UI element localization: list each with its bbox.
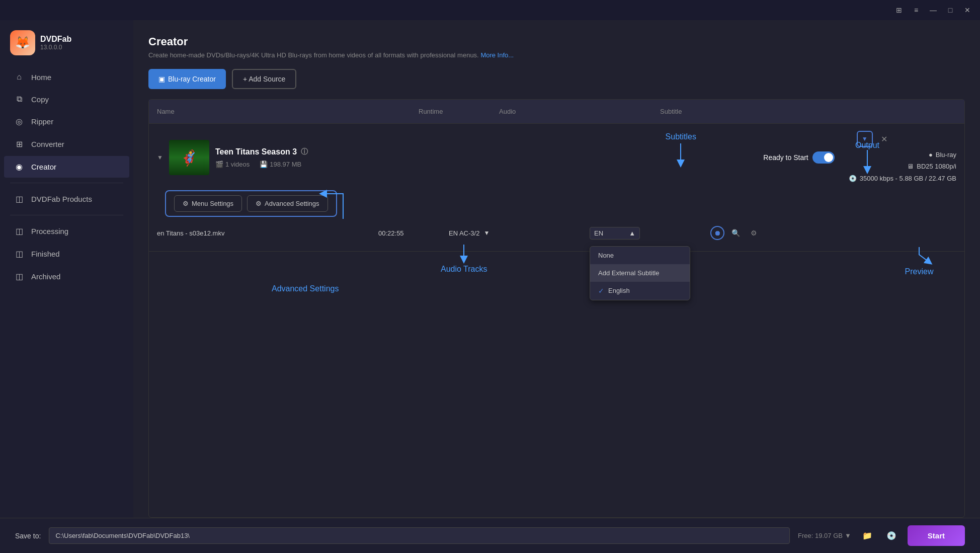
sidebar-item-archived[interactable]: ◫ Archived — [4, 266, 129, 287]
ready-toggle[interactable] — [812, 151, 835, 164]
sidebar-item-label: Converter — [31, 140, 64, 148]
toolbar: ▣ Blu-ray Creator + Add Source — [148, 69, 965, 89]
sidebar-item-ripper[interactable]: ◎ Ripper — [4, 111, 129, 132]
sidebar-item-home[interactable]: ⌂ Home — [4, 66, 129, 88]
page-header: Creator Create home-made DVDs/Blu-rays/4… — [148, 35, 965, 59]
settings2-btn[interactable]: ⚙ — [747, 226, 761, 240]
copy-icon: ⧉ — [14, 95, 24, 104]
output-format: Blu-ray — [936, 149, 956, 161]
sidebar-divider — [10, 183, 123, 183]
settings-buttons: ⚙ Menu Settings ⚙ Advanced Settings — [165, 190, 337, 217]
menu-settings-btn[interactable]: ⚙ Menu Settings — [174, 195, 242, 212]
bluray-creator-btn[interactable]: ▣ Blu-ray Creator — [148, 69, 226, 89]
sidebar-item-label: Ripper — [31, 117, 53, 126]
subtitle-select[interactable]: EN ▲ — [590, 227, 640, 240]
advanced-settings-btn[interactable]: ⚙ Advanced Settings — [247, 195, 328, 212]
creator-icon: ◉ — [14, 162, 24, 172]
maximize-btn[interactable]: □ — [943, 3, 958, 18]
app-body: 🦊 DVDFab 13.0.0.0 ⌂ Home ⧉ Copy ◎ Ripper… — [0, 20, 980, 518]
collapse-btn[interactable]: ▼ — [157, 154, 163, 161]
titlebar: ⊞ ≡ — □ ✕ — [0, 0, 980, 20]
start-btn[interactable]: Start — [908, 525, 965, 546]
converter-icon: ⊞ — [14, 139, 24, 149]
subtitle-option-none[interactable]: None — [590, 247, 690, 264]
sidebar-item-label: Home — [31, 73, 51, 82]
audio-dropdown-btn[interactable]: ▼ — [483, 229, 489, 236]
record-btn[interactable]: ⏺ — [710, 226, 724, 240]
grid-icon-btn[interactable]: ⊞ — [891, 3, 907, 18]
project-header: ▼ 🦸 Teen Titans Season 3 ⓘ 🎬 1 videos — [149, 131, 964, 190]
close-btn[interactable]: ✕ — [960, 3, 975, 18]
table-header: Name Runtime Audio Subtitle — [149, 100, 964, 124]
file-actions: ⏺ 🔍 ⚙ — [710, 226, 761, 240]
sidebar-item-label: Finished — [31, 250, 60, 258]
minimize-btn[interactable]: — — [926, 3, 941, 18]
sidebar-item-converter[interactable]: ⊞ Converter — [4, 133, 129, 155]
size-icon: 💾 — [260, 161, 268, 168]
col-subtitle: Subtitle — [652, 105, 753, 118]
col-runtime: Runtime — [411, 105, 491, 118]
file-duration: 00:22:55 — [378, 229, 449, 237]
audio-tracks-annotation: Audio Tracks — [441, 265, 487, 274]
bottom-bar: Save to: C:\Users\fab\Documents\DVDFab\D… — [0, 518, 980, 553]
video-icon: 🎬 — [215, 161, 223, 168]
menu-icon-btn[interactable]: ≡ — [909, 3, 924, 18]
output-bitrate: 35000 kbps - 5.88 GB / 22.47 GB — [860, 173, 956, 184]
sidebar-logo: 🦊 DVDFab 13.0.0.0 — [0, 25, 133, 65]
processing-icon: ◫ — [14, 226, 24, 236]
finished-icon: ◫ — [14, 249, 24, 259]
col-name: Name — [149, 105, 411, 118]
page-title: Creator — [148, 35, 965, 48]
sidebar-item-label: DVDFab Products — [31, 195, 92, 203]
file-audio: EN AC-3/2 ▼ — [449, 229, 590, 237]
file-name: en Titans - s03e12.mkv — [157, 229, 378, 237]
products-icon: ◫ — [14, 194, 24, 204]
project-right: Ready to Start — [763, 151, 835, 164]
ready-badge: Ready to Start — [763, 151, 835, 164]
logo-text: DVDFab — [40, 35, 71, 44]
thumb-bg: 🦸 — [169, 140, 209, 175]
page-subtitle: Create home-made DVDs/Blu-rays/4K Ultra … — [148, 51, 965, 59]
chevron-down-icon: ▼ — [845, 532, 851, 539]
file-subtitle: EN ▲ None Add External Subtitle — [590, 227, 700, 240]
bluray-icon2: ● — [929, 149, 933, 161]
video-count: 🎬 1 videos — [215, 161, 250, 168]
sidebar-item-label: Archived — [31, 272, 60, 281]
logo-icon: 🦊 — [10, 30, 35, 55]
project-close-btn[interactable]: ✕ — [881, 134, 887, 144]
search-btn[interactable]: 🔍 — [728, 226, 743, 240]
preview-annotation: Preview — [905, 267, 934, 276]
monitor-icon: 🖥 — [907, 161, 914, 172]
check-icon: ✓ — [598, 287, 604, 295]
sidebar-item-processing[interactable]: ◫ Processing — [4, 220, 129, 242]
output-disc: BD25 1080p/i — [917, 161, 956, 172]
output-dropdown-btn[interactable]: ▼ — [857, 131, 873, 147]
sidebar-item-dvdfab-products[interactable]: ◫ DVDFab Products — [4, 188, 129, 210]
file-row: en Titans - s03e12.mkv 00:22:55 EN AC-3/… — [149, 222, 964, 244]
home-icon: ⌂ — [14, 72, 24, 82]
sidebar-item-copy[interactable]: ⧉ Copy — [4, 89, 129, 110]
folder-btn[interactable]: 📁 — [859, 528, 875, 544]
subtitle-option-english[interactable]: ✓ English — [590, 282, 690, 300]
add-source-btn[interactable]: + Add Source — [232, 69, 296, 89]
free-space: Free: 19.07 GB ▼ — [798, 532, 851, 539]
subtitle-option-add-external[interactable]: Add External Subtitle — [590, 264, 690, 282]
project-meta: 🎬 1 videos 💾 198.97 MB — [215, 161, 483, 168]
info-icon: ⓘ — [301, 147, 308, 156]
logo-version: 13.0.0.0 — [40, 44, 71, 51]
settings-icon: ⚙ — [183, 200, 189, 207]
sidebar-item-creator[interactable]: ◉ Creator — [4, 156, 129, 178]
main-content: Creator Create home-made DVDs/Blu-rays/4… — [133, 20, 980, 518]
disc-btn[interactable]: 💿 — [883, 528, 900, 544]
sidebar-item-label: Creator — [31, 163, 56, 171]
advanced-icon: ⚙ — [256, 200, 262, 207]
more-info-link[interactable]: More Info... — [480, 51, 514, 59]
sidebar-item-label: Processing — [31, 227, 68, 235]
sidebar-item-finished[interactable]: ◫ Finished — [4, 243, 129, 265]
project-thumbnail: 🦸 — [169, 140, 209, 175]
content-table: Name Runtime Audio Subtitle ▼ 🦸 Teen Tit… — [148, 99, 965, 518]
sidebar-divider2 — [10, 215, 123, 215]
project-row: ▼ 🦸 Teen Titans Season 3 ⓘ 🎬 1 videos — [149, 124, 964, 252]
file-size: 💾 198.97 MB — [260, 161, 301, 168]
settings-area: ⚙ Menu Settings ⚙ Advanced Settings — [157, 190, 956, 217]
